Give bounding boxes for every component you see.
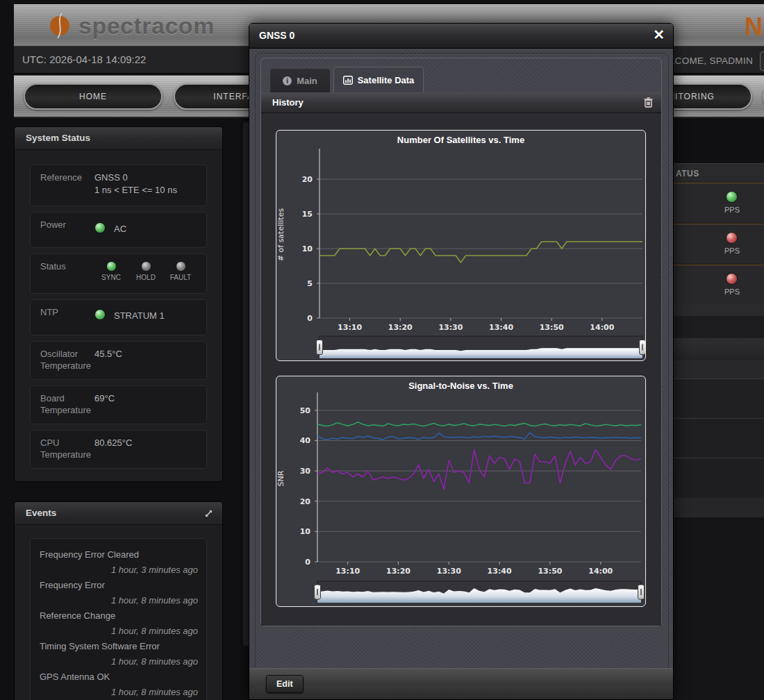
oscillator-temp-item: Oscillator Temperature 45.5°C xyxy=(30,341,207,380)
ntp-label: NTP xyxy=(40,306,58,318)
pps-led-green xyxy=(726,191,738,203)
svg-text:0: 0 xyxy=(305,558,310,567)
status-label: Status xyxy=(40,260,66,272)
tab-satellite-data[interactable]: Satellite Data xyxy=(333,67,424,93)
event-item: GPS Antenna OK 1 hour, 8 minutes ago xyxy=(40,669,198,700)
reference-label: Reference xyxy=(40,172,82,183)
events-title: Events xyxy=(26,508,56,518)
svg-text:14:00: 14:00 xyxy=(590,323,614,332)
svg-text:15: 15 xyxy=(302,210,313,219)
ntp-value: STRATUM 1 xyxy=(114,310,165,322)
modal-title: GNSS 0 xyxy=(259,30,294,41)
satellites-chart-card: Number Of Satellites vs. Time 0510152013… xyxy=(276,130,646,361)
edit-button[interactable]: Edit xyxy=(266,675,304,693)
svg-text:50: 50 xyxy=(300,406,311,415)
hold-led xyxy=(141,261,151,272)
pps-label: PPS xyxy=(717,247,747,255)
sync-caption: SYNC xyxy=(97,274,125,281)
svg-text:30: 30 xyxy=(300,467,311,476)
user-menu-button[interactable] xyxy=(760,51,764,71)
power-led xyxy=(94,222,106,233)
expand-icon[interactable] xyxy=(204,508,214,522)
modal-header: GNSS 0 ✕ xyxy=(249,24,673,49)
oscillator-temp-value: 45.5°C xyxy=(94,348,122,360)
svg-text:13:50: 13:50 xyxy=(540,323,564,332)
gnss-modal: GNSS 0 ✕ i Main Satellite Data History xyxy=(249,23,674,700)
power-value: AC xyxy=(114,223,126,235)
svg-text:SNR: SNR xyxy=(276,470,285,486)
svg-text:5: 5 xyxy=(307,279,313,288)
reference-value: GNSS 0 1 ns < ETE <= 10 ns xyxy=(94,172,177,197)
svg-text:20: 20 xyxy=(300,497,311,506)
nav-home[interactable]: HOME xyxy=(24,83,163,110)
svg-text:13:10: 13:10 xyxy=(335,567,360,576)
cpu-temp-value: 80.625°C xyxy=(94,437,132,449)
status-item: Status SYNC HOLD FAULT xyxy=(30,253,207,294)
cpu-temp-item: CPU Temperature 80.625°C xyxy=(30,430,207,469)
spectracom-logo-icon xyxy=(47,12,72,39)
pps-label: PPS xyxy=(717,206,747,214)
svg-text:13:40: 13:40 xyxy=(489,323,513,332)
partial-brand-letter: N xyxy=(745,12,763,42)
events-list: Frequency Error Cleared 1 hour, 3 minute… xyxy=(30,538,207,700)
utc-clock: UTC: 2026-04-18 14:09:22 xyxy=(22,53,146,65)
tab-main[interactable]: i Main xyxy=(269,68,331,93)
snr-chart-card: Signal-to-Noise vs. Time 0102030405013:1… xyxy=(276,376,646,607)
system-status-title: System Status xyxy=(26,133,90,143)
pps-row: PPS xyxy=(674,224,764,264)
right-band xyxy=(674,378,764,418)
fault-led xyxy=(176,261,186,272)
event-item: Reference Change 1 hour, 8 minutes ago xyxy=(40,608,198,639)
trash-icon[interactable] xyxy=(644,97,653,110)
history-content: Number Of Satellites vs. Time 0510152013… xyxy=(261,113,661,626)
svg-text:13:30: 13:30 xyxy=(437,567,461,576)
svg-text:0: 0 xyxy=(307,314,313,323)
right-band xyxy=(674,498,764,517)
bar-chart-icon xyxy=(343,76,353,85)
svg-text:13:40: 13:40 xyxy=(488,567,512,576)
oscillator-temp-label: Oscillator Temperature xyxy=(40,348,92,372)
right-band xyxy=(674,305,764,316)
svg-text:14:00: 14:00 xyxy=(588,567,613,576)
hold-led-group: HOLD xyxy=(132,261,160,281)
svg-text:13:20: 13:20 xyxy=(388,323,413,332)
pps-led-red xyxy=(726,273,738,285)
pps-row: PPS xyxy=(674,265,764,305)
ntp-item: NTP STRATUM 1 xyxy=(30,299,207,335)
svg-text:40: 40 xyxy=(300,436,311,445)
board-temp-label: Board Temperature xyxy=(40,392,92,416)
svg-text:13:10: 13:10 xyxy=(338,323,362,332)
history-title: History xyxy=(272,97,304,108)
right-band xyxy=(674,517,764,700)
event-item: Frequency Error Cleared 1 hour, 3 minute… xyxy=(40,547,198,578)
right-band xyxy=(674,360,764,378)
reference-item: Reference GNSS 0 1 ns < ETE <= 10 ns xyxy=(30,165,207,206)
board-temp-item: Board Temperature 69°C xyxy=(30,385,207,424)
pps-led-red xyxy=(726,232,738,244)
spectracom-logo: spectracom xyxy=(47,12,215,40)
power-item: Power AC xyxy=(30,212,207,248)
fault-caption: FAULT xyxy=(167,274,194,281)
board-temp-value: 69°C xyxy=(94,392,115,405)
right-status-header: ATUS xyxy=(674,163,764,183)
svg-text:13:50: 13:50 xyxy=(538,567,562,576)
svg-text:13:30: 13:30 xyxy=(438,323,463,332)
system-status-panel: System Status Reference GNSS 0 1 ns < ET… xyxy=(14,126,223,482)
svg-text:13:20: 13:20 xyxy=(386,567,410,576)
brand-wordmark: spectracom xyxy=(78,12,215,40)
svg-text:10: 10 xyxy=(300,527,311,536)
ntp-led xyxy=(94,309,106,320)
events-header: Events xyxy=(15,502,222,525)
right-band xyxy=(674,316,764,338)
pps-label: PPS xyxy=(717,288,747,296)
fault-led-group: FAULT xyxy=(167,261,194,281)
svg-text:10: 10 xyxy=(302,244,313,253)
right-band xyxy=(674,338,764,360)
pps-row: PPS xyxy=(674,183,764,223)
svg-text:20: 20 xyxy=(302,175,313,184)
event-item: Timing System Software Error 1 hour, 8 m… xyxy=(40,639,198,669)
close-icon[interactable]: ✕ xyxy=(653,26,665,43)
sync-led xyxy=(106,261,117,272)
satellites-chart-svg: 0510152013:1013:2013:3013:4013:5014:00# … xyxy=(276,131,645,360)
cpu-temp-label: CPU Temperature xyxy=(40,437,92,460)
